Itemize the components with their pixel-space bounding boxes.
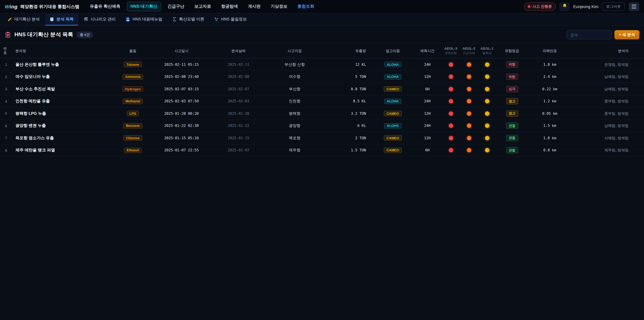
table-row[interactable]: 1울산 온산항 톨루엔 누출Toluene2025-02-11 05:15202… [0,59,644,71]
analyst-name: 중부팀, 방제팀 [604,99,628,104]
prediction-duration: 24H [424,62,431,67]
aegl3-dot [448,75,453,79]
nav-item-3[interactable]: 긴급구난 [164,2,188,12]
column-header: 분석자 [572,49,628,53]
accident-location: 평택항 [289,111,300,116]
bell-icon [562,3,567,10]
analysis-name: 광양항 벤젠 누출 [16,123,46,129]
damage-radius: 0.8 km [543,148,556,152]
nav-item-4[interactable]: 보고자료 [191,2,215,12]
clipboard-icon [5,32,11,38]
prediction-duration: 6H [425,87,430,91]
algorithm-badge: ALOHA [384,123,401,128]
row-number: 1 [3,62,7,67]
analysis-date: 2025-01-28 [228,111,249,116]
substance-badge: Hydrogen [122,86,143,92]
aegl1-dot [485,99,489,103]
risk-grade-badge: 위험 [506,61,518,68]
table-row[interactable]: 8제주 에탄올 탱크 파열Ethanol2025-01-07 22:552025… [0,144,644,157]
accident-location: 제주항 [289,148,300,153]
tab-6[interactable]: HNS 물질정보 [210,14,251,25]
row-number: 5 [3,111,7,115]
risk-grade-badge: 관찰 [506,147,518,153]
nav-item-1[interactable]: 유출유 확산예측 [86,2,124,12]
notifications-button[interactable] [560,2,570,11]
table-row[interactable]: 4인천항 메탄올 유출Methanol2025-02-03 07:502025-… [0,95,644,108]
column-header: 알고리즘 [373,49,413,53]
search-input[interactable] [567,30,612,39]
tab-4[interactable]: HNS 대응매뉴얼 [122,14,166,25]
damage-radius: 0.22 km [542,87,557,91]
new-analysis-button[interactable]: + 새 분석 [615,30,639,39]
tab-2[interactable]: 분석 목록 [46,14,78,25]
tab-label: 대기확산 분석 [14,17,40,22]
nav-item-8[interactable]: 통합조회 [294,2,318,12]
table-row[interactable]: 7목포항 염소가스 유출Chlorine2025-01-15 05:102025… [0,132,644,144]
risk-grade-badge: 심각 [506,86,518,92]
tab-5[interactable]: 확산모델 이론 [168,14,209,25]
tab-1[interactable]: 대기확산 분석 [3,14,44,25]
prediction-duration: 6H [425,148,430,152]
algorithm-badge: ALOHA [384,62,401,67]
spill-amount: 2 TON [355,136,366,140]
aegl2-dot [467,136,471,140]
analysis-date: 2025-02-03 [228,99,249,103]
spill-amount: 5 TON [355,75,366,79]
clapper-icon [84,17,88,22]
spill-amount: 1.5 TON [351,148,366,152]
table-row[interactable]: 3부산 수소 추진선 폭발Hydrogen2025-02-07 03:15202… [0,83,644,95]
analysis-name: 인천항 메탄올 유출 [16,98,50,104]
analysis-name: 목포항 염소가스 유출 [16,135,54,141]
substance-badge: Benzene [123,123,142,128]
nav-item-2[interactable]: HNS·대기확산 [127,2,161,12]
menu-button[interactable] [628,2,639,11]
page-header: HNS 대기확산 분석 목록 총 8건 + 새 분석 [0,26,644,43]
column-header: 피해반경 [528,49,572,53]
nav-item-5[interactable]: 항공탐색 [218,2,242,12]
spill-amount: 8.5 KL [353,99,366,103]
algorithm-badge: CAMEO [384,86,402,92]
nav-item-6[interactable]: 게시판 [244,2,264,12]
analysis-date: 2025-02-07 [228,87,249,91]
aegl3-dot [448,62,453,67]
row-number: 2 [3,75,7,79]
aegl1-dot [485,136,489,140]
sigma-icon [172,17,176,22]
table-body: 1울산 온산항 톨루엔 누출Toluene2025-02-11 05:15202… [0,59,644,157]
accident-location: 부산항 [289,86,300,92]
aegl2-dot [467,62,471,67]
damage-radius: 1.2 km [543,99,556,103]
algorithm-badge: CAMEO [384,111,402,116]
nav-item-7[interactable]: 기상정보 [267,2,291,12]
accident-datetime: 2025-02-07 03:15 [164,87,199,91]
risk-grade-badge: 위험 [506,74,518,80]
pencil-icon [8,17,12,22]
tab-3[interactable]: 시나리오 관리 [79,14,120,25]
aegl3-dot [448,111,453,116]
tab-label: HNS 물질정보 [221,17,247,22]
analysis-date: 2025-01-07 [228,148,249,152]
substance-badge: Ammonia [122,74,143,79]
aegl2-dot [467,87,471,91]
aegl2-dot [467,124,471,128]
column-header: 사고일시 [153,49,210,53]
aegl1-dot [485,111,489,116]
aegl1-dot [485,124,489,128]
table-row[interactable]: 6광양항 벤젠 누출Benzene2025-01-22 02:302025-01… [0,120,644,132]
tab-label: HNS 대응매뉴얼 [132,17,162,22]
aegl2-dot [467,148,471,152]
accident-location: 광양항 [289,123,300,128]
accident-datetime: 2025-01-22 02:30 [164,124,199,128]
table-row[interactable]: 2여수 암모니아 누출Ammonia2025-02-08 23:402025-0… [0,71,644,83]
incident-status-label: 사고 진행중 [532,4,552,9]
column-header: 예측시간 [413,49,442,53]
analyst-name: 운영팀, 방제팀 [604,62,628,67]
algorithm-badge: CAMEO [384,148,402,153]
aegl1-dot [485,87,489,91]
row-number: 6 [3,124,7,128]
logout-button[interactable]: 로그아웃 [602,2,625,11]
table-header: 번호분석명물질사고일시분석날짜사고지점유출량알고리즘예측시간AEGL-3생명위험… [0,43,644,59]
substance-badge: Toluene [124,62,142,67]
table-row[interactable]: 5평택항 LPG 누출LPG2025-01-28 00:202025-01-28… [0,108,644,120]
accident-datetime: 2025-02-03 07:50 [164,99,199,103]
